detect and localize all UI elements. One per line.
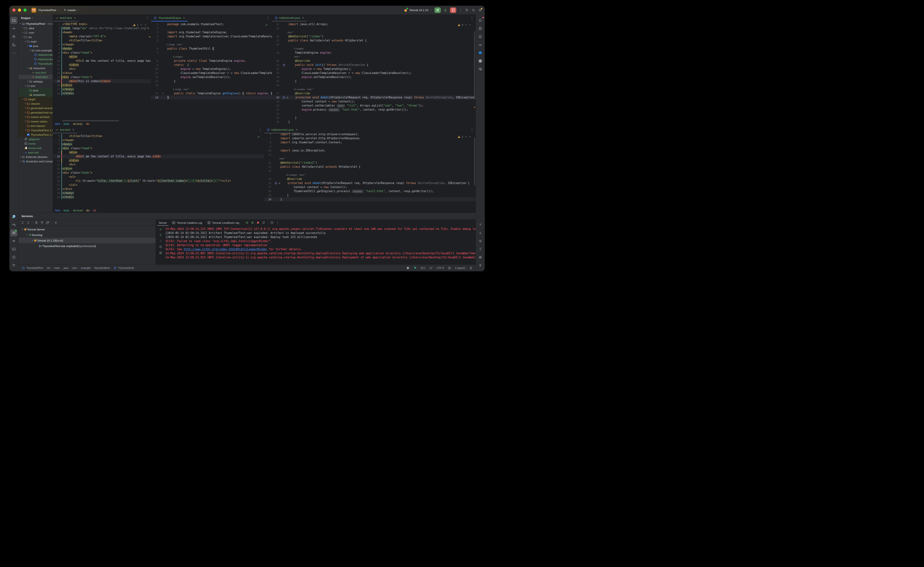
code-line[interactable]: 18</html> xyxy=(53,91,151,95)
hint-text[interactable]: no usages new * xyxy=(279,173,305,177)
code-area[interactable]: 1package com.example.thymeleaftest;23imp… xyxy=(151,21,272,126)
code-line[interactable]: 15 xyxy=(272,26,476,30)
service-tomcat-10-1-23[interactable]: Tomcat 10.1.23[local] xyxy=(18,238,156,243)
tree-item-external-libraries[interactable]: External Libraries xyxy=(18,155,52,159)
breadcrumb-div.head[interactable]: div.head xyxy=(73,209,82,212)
inspection-badge[interactable]: 1 xyxy=(458,135,472,138)
tree-item-helloservlet[interactable]: CHelloServlet xyxy=(18,53,52,57)
code-line[interactable]: 14<div class="body"> xyxy=(53,75,151,79)
override-gutter-icon[interactable] xyxy=(274,182,278,185)
code-line[interactable]: 6import jakarta.servlet.http.HttpServlet… xyxy=(264,133,476,136)
code-line[interactable]: 26 xyxy=(272,83,476,87)
code-line[interactable]: 33 } xyxy=(272,116,476,120)
tree-item-pom-xml[interactable]: mpom.xml xyxy=(18,150,52,155)
chevron-right-icon[interactable] xyxy=(24,111,27,114)
show-services-icon[interactable] xyxy=(35,221,38,224)
vertical-scrollbar-thumb[interactable] xyxy=(474,31,475,99)
code-line[interactable]: 14 xyxy=(151,83,272,87)
code-line[interactable]: 10 engine = new TemplateEngine(); xyxy=(151,67,272,71)
code-line[interactable]: 18} xyxy=(151,95,272,99)
file-encoding[interactable]: UTF-8 xyxy=(436,266,444,269)
tree-item-maven-archiver[interactable]: maven-archiver xyxy=(18,115,52,119)
pull-requests-tool-button[interactable] xyxy=(10,33,17,40)
code-line[interactable]: 19 } xyxy=(264,193,476,197)
chevron-right-icon[interactable] xyxy=(19,160,22,162)
code-line[interactable]: 13</div> xyxy=(53,167,264,171)
chevron-right-icon[interactable] xyxy=(19,156,22,158)
chevron-right-icon[interactable] xyxy=(26,80,29,83)
hint-text[interactable]: no usages new * xyxy=(287,87,313,91)
status-crumb-com[interactable]: com xyxy=(72,266,77,269)
next-warning-icon[interactable] xyxy=(144,23,147,26)
close-tab-icon[interactable]: ✕ xyxy=(72,128,75,131)
code-line[interactable]: 16@ protected void doGet(HttpServletRequ… xyxy=(264,181,476,185)
rerun-debug-icon[interactable] xyxy=(251,221,254,224)
code-line[interactable]: 13public class HelloServlet2 extends Htt… xyxy=(264,165,476,169)
close-tab-icon[interactable]: ✕ xyxy=(74,16,76,20)
status-crumb-thymeleaftest[interactable]: thymeleaftest xyxy=(94,266,110,269)
code-line[interactable]: 15 @Override xyxy=(264,177,476,181)
code-line[interactable]: 15 public static TemplateEngine getEngin… xyxy=(151,91,272,95)
editor-options-kebab[interactable]: ⋮ xyxy=(146,16,149,20)
code-with-me-icon[interactable] xyxy=(477,66,484,73)
code-line[interactable]: 16</div> xyxy=(53,83,151,87)
todo-brackets-tool-button[interactable] xyxy=(10,238,17,245)
code-line[interactable]: 23 ClassLoaderTemplateResolver r = new C… xyxy=(272,71,476,75)
code-line[interactable]: 2 xyxy=(151,26,272,30)
project-panel-header[interactable]: Project xyxy=(18,14,52,21)
commit-tool-button[interactable] xyxy=(10,25,17,32)
maven-tool-button[interactable]: m xyxy=(477,41,484,48)
code-line[interactable]: 11 xyxy=(264,153,476,156)
fold-gutter-icon[interactable] xyxy=(161,92,164,95)
run-configuration-selector[interactable]: Tomcat 10.1.23 xyxy=(404,8,432,12)
chevron-down-icon[interactable] xyxy=(21,228,24,230)
swap-icon[interactable] xyxy=(159,239,162,242)
code-line[interactable]: 5 xyxy=(151,39,272,42)
code-line[interactable]: 16@WebServlet("/index") xyxy=(272,35,476,39)
chevron-down-icon[interactable] xyxy=(26,234,28,236)
close-tab-icon[interactable]: ✕ xyxy=(183,16,185,20)
code-line[interactable]: 20} xyxy=(264,197,476,202)
tab-test2-html[interactable]: <>test2.html✕ xyxy=(53,14,79,21)
hint-text[interactable]: new * xyxy=(287,55,300,59)
chevron-right-icon[interactable] xyxy=(24,120,27,122)
services-tool-button[interactable] xyxy=(10,229,17,236)
collapse-all-icon[interactable] xyxy=(27,221,30,224)
tree-item-thymeleafutil[interactable]: CThymeleafUtil xyxy=(18,62,52,66)
code-line[interactable]: 4 <meta charset="UTF-8"> xyxy=(53,35,151,39)
code-line[interactable]: 3<head> xyxy=(53,30,151,35)
code-line[interactable]: 10 <h1>I am the content of title, every … xyxy=(53,155,264,158)
project-icon[interactable]: TT xyxy=(32,8,36,13)
code-line[interactable]: 12 <hr> xyxy=(53,67,151,71)
code-line[interactable]: 15 <div>This is index2</div> xyxy=(53,79,151,83)
code-line[interactable]: 9 <div> xyxy=(53,55,151,59)
log-line[interactable]: 14-May-2024 13:50:23.887 INFO [Catalina-… xyxy=(165,251,476,256)
code-line[interactable]: 18 ThymeleafUtil.getEngine().process( te… xyxy=(264,189,476,193)
inspection-badge[interactable]: 3 xyxy=(458,23,472,26)
hint-text[interactable]: 1 usage new * xyxy=(166,42,183,47)
version-control-tool-button[interactable] xyxy=(10,262,17,269)
code-line[interactable]: 6</head> xyxy=(53,42,151,47)
code-line[interactable]: 8<div class="head"> xyxy=(53,51,151,55)
notifications-bell-icon[interactable] xyxy=(477,17,484,24)
breadcrumb-html[interactable]: html xyxy=(55,122,60,125)
code-line[interactable]: 17</body> xyxy=(53,87,151,91)
refresh-icon[interactable] xyxy=(159,245,162,248)
status-crumb-main[interactable]: main xyxy=(54,266,60,269)
chevron-right-icon[interactable] xyxy=(24,129,27,131)
chevron-down-icon[interactable] xyxy=(19,23,22,25)
chevron-down-icon[interactable] xyxy=(29,49,32,51)
restart-icon[interactable] xyxy=(262,221,265,224)
code-line[interactable]: 8 private static final TemplateEngine en… xyxy=(151,59,272,63)
code-line[interactable]: 9 xyxy=(264,144,476,149)
console-tab-tomcat-localhost-log[interactable]: >_Tomcat Localhost Log xyxy=(205,220,242,226)
code-line[interactable]: 14import java.util.Arrays; xyxy=(272,22,476,26)
code-line[interactable]: 7import jakarta.servlet.http.HttpServlet… xyxy=(264,136,476,140)
tree-item--mvn[interactable]: .mvn xyxy=(18,30,52,35)
code-line[interactable]: 12 engine.setTemplateResolver(r); xyxy=(151,75,272,79)
code-line[interactable]: 17public class HelloServlet extends Http… xyxy=(272,39,476,42)
tree-item-java[interactable]: java xyxy=(18,44,52,48)
tree-item-classes[interactable]: classes xyxy=(18,101,52,106)
profiler-gauge-icon[interactable] xyxy=(270,221,273,224)
terminal-tool-button[interactable] xyxy=(10,245,17,253)
